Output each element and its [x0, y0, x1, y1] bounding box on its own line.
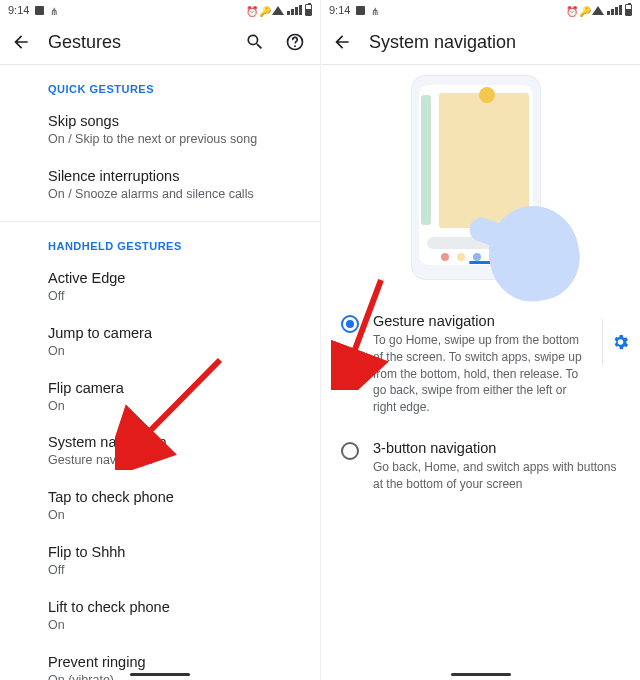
- section-handheld-gestures: HANDHELD GESTURES: [0, 222, 320, 260]
- vpn-icon: [259, 5, 269, 15]
- gear-icon: [611, 332, 630, 352]
- gesture-nav-bar[interactable]: [451, 673, 511, 676]
- annotation-arrow-right: [331, 270, 401, 390]
- page-title: System navigation: [369, 32, 516, 53]
- tesla-icon: [371, 5, 381, 15]
- status-time: 9:14: [8, 4, 29, 16]
- gesture-nav-bar[interactable]: [130, 673, 190, 676]
- svg-point-5: [342, 443, 358, 459]
- signal-icon: [607, 5, 622, 15]
- status-time: 9:14: [329, 4, 350, 16]
- tesla-icon: [50, 5, 60, 15]
- back-button[interactable]: [329, 32, 355, 52]
- wifi-icon: [272, 6, 284, 15]
- battery-icon: [305, 4, 312, 16]
- back-button[interactable]: [8, 32, 34, 52]
- signal-icon: [287, 5, 302, 15]
- item-silence-interruptions[interactable]: Silence interruptions On / Snooze alarms…: [0, 158, 320, 213]
- radio-unselected-icon[interactable]: [341, 442, 359, 460]
- section-quick-gestures: QUICK GESTURES: [0, 65, 320, 103]
- help-button[interactable]: [282, 32, 308, 52]
- status-bar: 9:14: [321, 0, 640, 20]
- appbar: Gestures: [0, 20, 320, 64]
- alarm-icon: [246, 5, 256, 15]
- battery-icon: [625, 4, 632, 16]
- svg-point-1: [294, 45, 296, 47]
- image-icon: [35, 6, 44, 15]
- gesture-settings-button[interactable]: [602, 319, 630, 365]
- vpn-icon: [579, 5, 589, 15]
- item-lift-to-check[interactable]: Lift to check phone On: [0, 589, 320, 644]
- gestures-screen: 9:14 Gestures: [0, 0, 320, 680]
- svg-line-2: [143, 360, 220, 438]
- item-active-edge[interactable]: Active Edge Off: [0, 260, 320, 315]
- illustration: [321, 65, 640, 301]
- svg-line-6: [351, 280, 381, 360]
- item-tap-to-check[interactable]: Tap to check phone On: [0, 479, 320, 534]
- item-flip-to-shhh[interactable]: Flip to Shhh Off: [0, 534, 320, 589]
- annotation-arrow-left: [115, 350, 235, 470]
- wifi-icon: [592, 6, 604, 15]
- system-navigation-screen: 9:14 System navigation: [320, 0, 640, 680]
- appbar: System navigation: [321, 20, 640, 64]
- page-title: Gestures: [48, 32, 121, 53]
- search-button[interactable]: [242, 32, 268, 52]
- option-3-button-navigation[interactable]: 3-button navigation Go back, Home, and s…: [321, 428, 640, 505]
- item-skip-songs[interactable]: Skip songs On / Skip to the next or prev…: [0, 103, 320, 158]
- alarm-icon: [566, 5, 576, 15]
- image-icon: [356, 6, 365, 15]
- status-bar: 9:14: [0, 0, 320, 20]
